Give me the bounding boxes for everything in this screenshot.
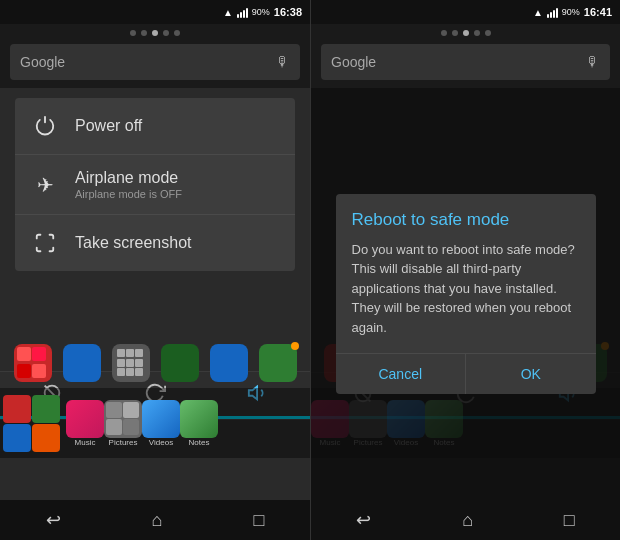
time-1: 16:38 — [274, 6, 302, 18]
mic-icon-1: 🎙 — [276, 54, 290, 70]
power-menu: Power off ✈ Airplane mode Airplane mode … — [15, 98, 295, 271]
dot-7 — [452, 30, 458, 36]
power-off-label: Power off — [75, 117, 142, 135]
extra-apps-1 — [0, 340, 310, 386]
app-icon-extra-6 — [259, 344, 297, 382]
dot-10 — [485, 30, 491, 36]
pictures-label: Pictures — [109, 438, 138, 447]
notes-icon — [180, 400, 218, 438]
time-2: 16:41 — [584, 6, 612, 18]
dot-8 — [463, 30, 469, 36]
dot-4 — [163, 30, 169, 36]
power-icon — [31, 112, 59, 140]
screenshot-label: Take screenshot — [75, 234, 192, 252]
search-bar-2[interactable]: Google 🎙 — [321, 44, 610, 80]
cancel-button[interactable]: Cancel — [336, 354, 466, 394]
pictures-icon — [104, 400, 142, 438]
home-button-1[interactable]: ⌂ — [152, 510, 163, 531]
screenshot-icon — [31, 229, 59, 257]
videos-label: Videos — [149, 438, 173, 447]
mini-app-1b — [32, 395, 60, 423]
app-icon-extra-5 — [210, 344, 248, 382]
app-extra-1[interactable] — [14, 344, 52, 382]
search-text-1: Google — [20, 54, 65, 70]
wallpaper-2: Reboot to safe mode Do you want to reboo… — [311, 88, 620, 500]
battery-text-2: 90% — [562, 7, 580, 17]
dot-1 — [130, 30, 136, 36]
dialog-title: Reboot to safe mode — [336, 194, 596, 240]
app-icon-extra-1 — [14, 344, 52, 382]
back-button-2[interactable]: ↩ — [356, 509, 371, 531]
dialog-overlay: Reboot to safe mode Do you want to reboo… — [311, 88, 620, 500]
mini-app-1a — [3, 395, 31, 423]
app-item-videos[interactable]: Videos — [142, 400, 180, 447]
app-item-notes[interactable]: Notes — [180, 400, 218, 447]
screenshot-item[interactable]: Take screenshot — [15, 215, 295, 271]
dot-2 — [141, 30, 147, 36]
music-label: Music — [75, 438, 96, 447]
battery-text-1: 90% — [252, 7, 270, 17]
nav-bar-1: ↩ ⌂ □ — [0, 500, 310, 540]
status-right-2: ▲ 90% 16:41 — [533, 6, 612, 18]
notif-dot-1 — [291, 342, 299, 350]
panel-1: ▲ 90% 16:38 Google 🎙 — [0, 0, 310, 540]
dot-indicators-1 — [0, 24, 310, 40]
search-bar-1[interactable]: Google 🎙 — [10, 44, 300, 80]
signal-icon-2 — [547, 6, 558, 18]
power-off-item[interactable]: Power off — [15, 98, 295, 155]
airplane-mode-item[interactable]: ✈ Airplane mode Airplane mode is OFF — [15, 155, 295, 215]
videos-icon — [142, 400, 180, 438]
status-bar-2: ▲ 90% 16:41 — [311, 0, 620, 24]
app-extra-3[interactable] — [112, 344, 150, 382]
mic-icon-2: 🎙 — [586, 54, 600, 70]
app-icon-extra-3 — [112, 344, 150, 382]
music-icon — [66, 400, 104, 438]
dot-indicators-2 — [311, 24, 620, 40]
app-extra-5[interactable] — [210, 344, 248, 382]
airplane-label: Airplane mode — [75, 169, 182, 187]
app-icon-extra-2 — [63, 344, 101, 382]
status-right-1: ▲ 90% 16:38 — [223, 6, 302, 18]
recents-button-2[interactable]: □ — [564, 510, 575, 531]
app-item-music[interactable]: Music — [66, 400, 104, 447]
app-extra-2[interactable] — [63, 344, 101, 382]
bottom-apps-1: Music Pictures Videos Notes — [0, 388, 310, 458]
dot-9 — [474, 30, 480, 36]
dot-3 — [152, 30, 158, 36]
back-button-1[interactable]: ↩ — [46, 509, 61, 531]
dot-5 — [174, 30, 180, 36]
screenshot-text: Take screenshot — [75, 234, 192, 252]
notes-label: Notes — [189, 438, 210, 447]
dialog-buttons: Cancel OK — [336, 353, 596, 394]
power-off-text: Power off — [75, 117, 142, 135]
app-group-1 — [3, 395, 63, 452]
home-button-2[interactable]: ⌂ — [462, 510, 473, 531]
dot-6 — [441, 30, 447, 36]
airplane-sublabel: Airplane mode is OFF — [75, 188, 182, 200]
wallpaper-1: Power off ✈ Airplane mode Airplane mode … — [0, 88, 310, 500]
app-item-pictures[interactable]: Pictures — [104, 400, 142, 447]
dialog-body: Do you want to reboot into safe mode? Th… — [336, 240, 596, 354]
safe-mode-dialog: Reboot to safe mode Do you want to reboo… — [336, 194, 596, 395]
wifi-icon-1: ▲ — [223, 7, 233, 18]
nav-bar-2: ↩ ⌂ □ — [311, 500, 620, 540]
mini-app-1d — [32, 424, 60, 452]
status-bar-1: ▲ 90% 16:38 — [0, 0, 310, 24]
panel-2: ▲ 90% 16:41 Google 🎙 Reboot to safe mode — [310, 0, 620, 540]
airplane-icon: ✈ — [31, 171, 59, 199]
wifi-icon-2: ▲ — [533, 7, 543, 18]
airplane-text: Airplane mode Airplane mode is OFF — [75, 169, 182, 200]
ok-button[interactable]: OK — [466, 354, 596, 394]
search-text-2: Google — [331, 54, 376, 70]
app-extra-4[interactable] — [161, 344, 199, 382]
signal-icon-1 — [237, 6, 248, 18]
app-extra-6[interactable] — [259, 344, 297, 382]
mini-app-1c — [3, 424, 31, 452]
app-icon-extra-4 — [161, 344, 199, 382]
recents-button-1[interactable]: □ — [254, 510, 265, 531]
